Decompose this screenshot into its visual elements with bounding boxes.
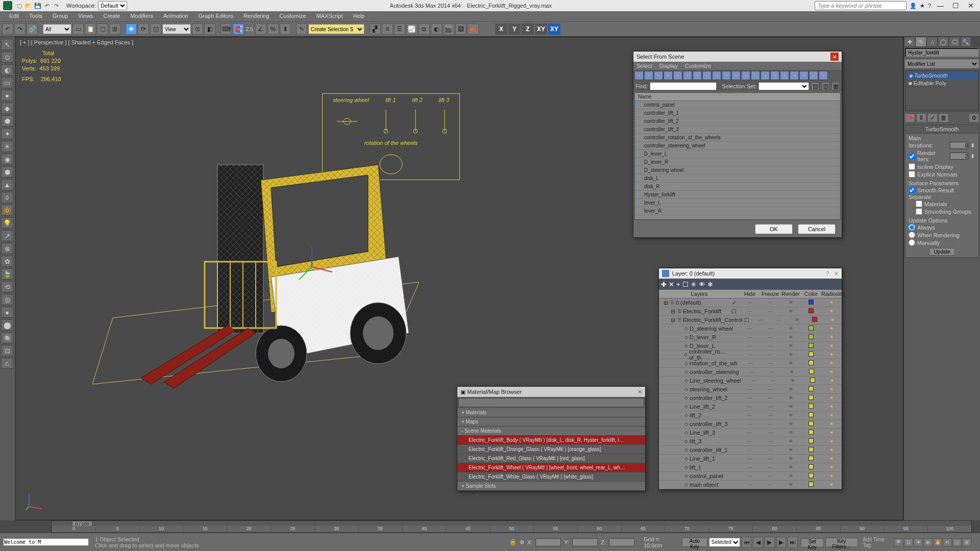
nav-4[interactable]: ✋ <box>933 538 942 546</box>
sfs-menu-customize[interactable]: Customize <box>685 63 712 69</box>
nav-7[interactable]: ⊞ <box>962 538 971 546</box>
layers-freeze-icon[interactable]: ❄ <box>707 281 713 288</box>
nav-1[interactable]: ⊡ <box>904 538 913 546</box>
layers-help-icon[interactable]: ? <box>826 270 829 277</box>
render-button[interactable]: 🫖 <box>468 23 479 35</box>
sfs-filter-4[interactable]: ▫ <box>673 71 682 80</box>
keyboard-shortcut-button[interactable]: ⌨ <box>220 23 232 35</box>
utilities-tab-icon[interactable]: 🔧 <box>960 37 971 47</box>
modifier-list-dropdown[interactable]: Modifier List <box>905 59 979 68</box>
layer-row[interactable]: ◇lift_1——👁☀ <box>659 463 842 472</box>
matbrowser-close-icon[interactable]: ✕ <box>638 389 642 395</box>
layer-row[interactable]: ◇Line_steering_wheel——👁☀ <box>659 377 842 385</box>
left-tool-22[interactable]: ⬤ <box>1 319 13 331</box>
undo-button[interactable]: ↶ <box>2 23 13 35</box>
left-tool-3[interactable]: ▭ <box>1 77 13 88</box>
left-tool-16[interactable]: ⊗ <box>1 243 13 254</box>
move-button[interactable]: ✥ <box>126 23 137 35</box>
render-iters-check[interactable] <box>909 153 915 160</box>
sfs-filter-12[interactable]: ▫ <box>751 71 760 80</box>
layers-highlight-icon[interactable]: ☀ <box>691 281 697 288</box>
sep-materials-check[interactable] <box>916 201 922 207</box>
edit-selset-button[interactable]: ✎ <box>296 23 307 35</box>
layer-row[interactable]: ◇controller_ro…of_th——👁☀ <box>659 350 842 359</box>
sfs-filter-5[interactable]: ▫ <box>683 71 692 80</box>
sfs-ok-button[interactable]: OK <box>755 224 793 234</box>
layer-row[interactable]: ◇main object——👁☀ <box>659 481 842 489</box>
rect-region-button[interactable]: ▢ <box>97 23 108 35</box>
selection-filter-dropdown[interactable]: All <box>43 24 71 34</box>
menu-group[interactable]: Group <box>47 11 74 21</box>
sfs-menu-select[interactable]: Select <box>636 63 652 69</box>
nav-3[interactable]: ⊕ <box>923 538 933 546</box>
left-tool-12[interactable]: ◊ <box>1 192 13 203</box>
sfs-filter-11[interactable]: ▫ <box>741 71 750 80</box>
left-tool-8[interactable]: ☀ <box>1 141 13 152</box>
material-item[interactable]: Electric_Forklift_White_Glass ( VRayMtl … <box>457 472 645 482</box>
matbrowser-search-input[interactable] <box>458 398 644 407</box>
left-tool-24[interactable]: ⊡ <box>1 345 13 356</box>
sfs-filter-18[interactable]: ▫ <box>809 71 818 80</box>
left-tool-21[interactable]: ● <box>1 307 13 318</box>
close-button[interactable]: ✕ <box>965 1 977 10</box>
layers-button[interactable]: ☰ <box>394 23 405 35</box>
lock-icon[interactable]: 🔒 <box>509 539 517 545</box>
sfs-filter-2[interactable]: ▫ <box>654 71 663 80</box>
sfs-filter-3[interactable]: ▫ <box>664 71 673 80</box>
manip-button[interactable]: ◧ <box>204 23 215 35</box>
menu-create[interactable]: Create <box>98 11 125 21</box>
left-tool-11[interactable]: ▲ <box>1 179 13 190</box>
axis-x[interactable]: X <box>495 23 507 35</box>
sample-slots-section[interactable]: + Sample Slots <box>457 482 645 491</box>
sfs-item[interactable]: disk_L <box>635 174 840 183</box>
sfs-filter-10[interactable]: ▫ <box>731 71 741 80</box>
layer-row[interactable]: ◇controller_lift_1——👁☀ <box>659 446 842 455</box>
axis-xy[interactable]: XY <box>535 23 547 35</box>
layer-row[interactable]: ◇control_panel——👁☀ <box>659 472 842 481</box>
left-tool-1[interactable]: ⊙ <box>1 52 13 63</box>
sfs-find-input[interactable] <box>650 82 717 90</box>
layer-row[interactable]: ◇lift_3——👁☀ <box>659 437 842 446</box>
goto-start-icon[interactable]: ⏮ <box>742 537 752 548</box>
material-editor-button[interactable]: ◐ <box>431 23 442 35</box>
app-logo-icon[interactable] <box>3 1 12 10</box>
left-tool-7[interactable]: ✦ <box>1 128 13 139</box>
sfs-item[interactable]: disk_R <box>635 183 840 191</box>
menu-maxscript[interactable]: MAXScript <box>311 11 348 21</box>
nav-6[interactable]: ◱ <box>952 538 962 546</box>
window-crossing-button[interactable]: ⊞ <box>109 23 120 35</box>
spinner-snap-button[interactable]: ⬍ <box>280 23 291 35</box>
unique-icon[interactable]: ✓ <box>927 113 938 122</box>
sfs-item[interactable]: D_steering wheel <box>635 166 840 174</box>
favorites-icon[interactable]: ★ <box>920 3 925 9</box>
percent-snap-button[interactable]: % <box>267 23 279 35</box>
layers-sel-icon[interactable]: ☐ <box>682 281 689 288</box>
sfs-item[interactable]: Hyster_forklift <box>635 191 840 199</box>
angle-snap-button[interactable]: ∠ <box>255 23 266 35</box>
layers-hide-icon[interactable]: 👁 <box>699 281 705 288</box>
layers-close-icon[interactable]: ✕ <box>834 270 839 277</box>
coord-z-input[interactable] <box>609 538 634 546</box>
update-rendering-radio[interactable] <box>909 232 915 238</box>
sfs-item[interactable]: D_lever_R <box>635 158 840 166</box>
sfs-item[interactable]: lever_L <box>635 199 840 207</box>
left-tool-23[interactable]: 🔘 <box>1 332 13 343</box>
materials-section[interactable]: + Materials <box>457 408 645 417</box>
select-name-button[interactable]: 📋 <box>85 23 96 35</box>
layer-row[interactable]: ◇D_steering wheel——👁☀ <box>659 324 842 333</box>
material-item[interactable]: Electric_Forklift_Wheel ( VRayMtl ) [whe… <box>457 463 645 472</box>
sfs-tool2-icon[interactable]: ▥ <box>821 82 829 90</box>
update-manually-radio[interactable] <box>909 239 915 246</box>
sfs-item[interactable]: lever_R <box>635 207 840 215</box>
schematic-button[interactable]: ⧉ <box>419 23 430 35</box>
nav-0[interactable]: 🔍 <box>894 538 903 546</box>
link-button[interactable]: 🔗 <box>27 23 38 35</box>
sfs-item[interactable]: controller_lift_1 <box>635 109 840 117</box>
sfs-tool1-icon[interactable]: ▤ <box>811 82 819 90</box>
layer-row[interactable]: ◇controller_lift_2——👁☀ <box>659 394 842 403</box>
left-tool-5[interactable]: ◆ <box>1 103 13 114</box>
autokey-button[interactable]: Auto Key <box>682 538 707 547</box>
goto-end-icon[interactable]: ⏭ <box>788 537 798 548</box>
prev-frame-icon[interactable]: ◀ <box>753 537 763 548</box>
remove-mod-icon[interactable]: 🗑 <box>939 113 949 122</box>
